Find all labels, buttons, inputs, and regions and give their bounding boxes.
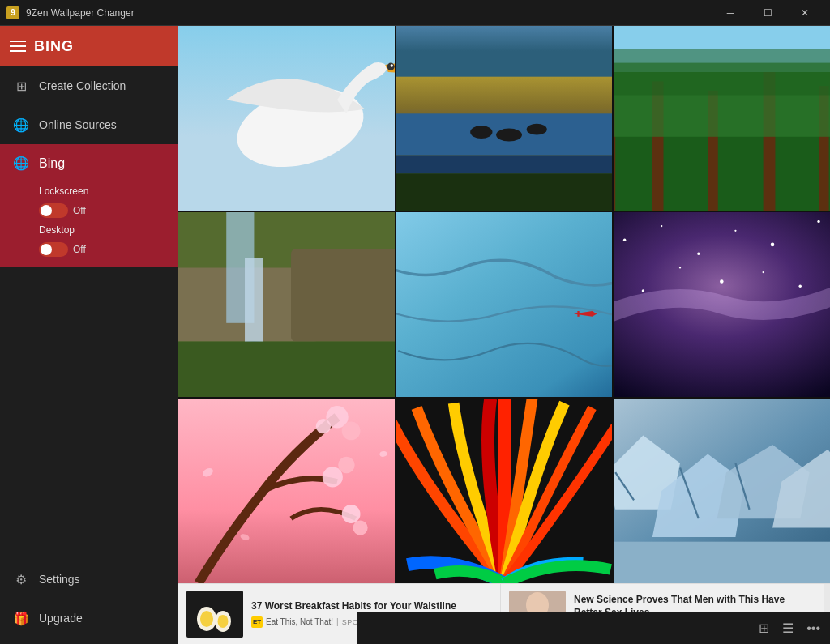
- svg-point-42: [799, 284, 802, 287]
- desktop-toggle-switch[interactable]: Off: [39, 242, 165, 257]
- desktop-thumb: [41, 244, 52, 255]
- svg-point-30: [623, 238, 626, 241]
- ad1-source-text: Eat This, Not That!: [266, 617, 333, 626]
- grid-cell-stars[interactable]: [614, 212, 830, 397]
- svg-rect-23: [291, 249, 395, 342]
- close-button[interactable]: ✕: [786, 0, 824, 26]
- svg-point-39: [679, 267, 681, 268]
- svg-point-3: [391, 64, 393, 66]
- grid-cell-icebergs[interactable]: [614, 399, 830, 583]
- desktop-label: Desktop: [39, 224, 75, 236]
- svg-point-38: [642, 289, 644, 292]
- grid-cell-feathers[interactable]: [396, 399, 613, 583]
- svg-point-46: [316, 419, 331, 433]
- svg-rect-27: [178, 342, 395, 397]
- sidebar-item-upgrade[interactable]: 🎁 Upgrade: [0, 599, 178, 638]
- lockscreen-track[interactable]: [39, 203, 68, 218]
- svg-point-41: [763, 271, 764, 273]
- svg-point-45: [342, 422, 361, 441]
- monitor-icon[interactable]: ⊞: [759, 621, 769, 636]
- online-sources-icon: 🌐: [13, 117, 29, 133]
- svg-rect-7: [396, 173, 613, 211]
- svg-point-11: [526, 124, 546, 135]
- title-bar-left: 9 9Zen Wallpaper Changer: [6, 6, 135, 19]
- svg-point-66: [200, 611, 213, 627]
- grid-cell-waterfall[interactable]: [178, 212, 395, 397]
- sidebar: BING ⊞ Create Collection 🌐 Online Source…: [0, 26, 178, 644]
- bing-toggles: Lockscreen Off Desktop: [0, 182, 178, 267]
- sidebar-nav: ⊞ Create Collection 🌐 Online Sources 🌐 B…: [0, 66, 178, 560]
- window-controls: ─ ☐ ✕: [712, 0, 824, 26]
- grid-cell-glacier-blue[interactable]: [396, 212, 613, 397]
- svg-rect-20: [614, 49, 830, 96]
- lockscreen-thumb: [41, 205, 52, 216]
- list-icon[interactable]: ☰: [782, 621, 794, 636]
- sidebar-bottom: ⚙ Settings 🎁 Upgrade: [0, 560, 178, 644]
- sidebar-item-create-collection[interactable]: ⊞ Create Collection: [0, 66, 178, 105]
- svg-point-50: [353, 520, 367, 535]
- more-icon[interactable]: •••: [806, 621, 820, 636]
- svg-point-47: [323, 467, 343, 487]
- upgrade-label: Upgrade: [39, 612, 83, 625]
- create-collection-label: Create Collection: [39, 79, 126, 92]
- svg-point-9: [470, 126, 492, 139]
- lockscreen-label: Lockscreen: [39, 186, 88, 197]
- upgrade-icon: 🎁: [13, 610, 29, 626]
- settings-label: Settings: [39, 573, 80, 586]
- svg-point-10: [496, 129, 522, 142]
- svg-point-68: [218, 615, 229, 628]
- lockscreen-toggle-row: Lockscreen: [39, 186, 165, 197]
- lockscreen-toggle-switch[interactable]: Off: [39, 203, 165, 218]
- ad-image-eggs: [186, 591, 243, 638]
- desktop-track[interactable]: [39, 242, 68, 257]
- desktop-toggle-row: Desktop: [39, 224, 165, 236]
- svg-point-49: [342, 505, 361, 523]
- svg-point-35: [818, 220, 820, 223]
- grid-cell-river[interactable]: [396, 26, 613, 211]
- svg-rect-28: [396, 212, 613, 397]
- bing-item-header[interactable]: 🌐 Bing: [0, 144, 178, 182]
- sidebar-item-settings[interactable]: ⚙ Settings: [0, 560, 178, 599]
- svg-rect-63: [614, 542, 830, 583]
- image-grid: [178, 26, 830, 583]
- maximize-button[interactable]: ☐: [749, 0, 786, 26]
- sidebar-header: BING: [0, 26, 178, 66]
- minimize-button[interactable]: ─: [712, 0, 749, 26]
- hamburger-menu-icon[interactable]: [10, 41, 26, 52]
- bing-label: Bing: [39, 156, 65, 171]
- grid-cell-forest[interactable]: [614, 26, 830, 211]
- svg-point-48: [338, 457, 355, 474]
- settings-icon: ⚙: [13, 571, 29, 587]
- sidebar-title: BING: [34, 38, 74, 55]
- svg-point-40: [720, 279, 724, 284]
- create-collection-icon: ⊞: [13, 78, 29, 94]
- app-body: BING ⊞ Create Collection 🌐 Online Source…: [0, 26, 830, 644]
- svg-point-34: [771, 243, 775, 247]
- app-icon: 9: [6, 6, 19, 19]
- grid-cell-cherry-blossom[interactable]: [178, 399, 395, 583]
- grid-cell-pelican[interactable]: [178, 26, 395, 211]
- svg-rect-6: [396, 156, 613, 174]
- svg-point-32: [697, 253, 700, 255]
- online-sources-label: Online Sources: [39, 118, 117, 131]
- title-bar: 9 9Zen Wallpaper Changer ─ ☐ ✕: [0, 0, 830, 26]
- sidebar-item-bing[interactable]: 🌐 Bing Lockscreen Off Desktop: [0, 144, 178, 267]
- sidebar-item-online-sources[interactable]: 🌐 Online Sources: [0, 105, 178, 144]
- svg-point-31: [661, 225, 662, 227]
- status-bar: ⊞ ☰ •••: [357, 612, 830, 644]
- svg-rect-8: [396, 77, 613, 114]
- app-title: 9Zen Wallpaper Changer: [26, 7, 135, 19]
- svg-point-33: [735, 230, 737, 232]
- content-area: 37 Worst Breakfast Habits for Your Waist…: [178, 26, 830, 644]
- bing-icon: 🌐: [13, 156, 29, 171]
- desktop-toggle-value: Off: [73, 244, 86, 255]
- lockscreen-toggle-value: Off: [73, 205, 86, 216]
- ad1-badge: ET: [251, 616, 263, 628]
